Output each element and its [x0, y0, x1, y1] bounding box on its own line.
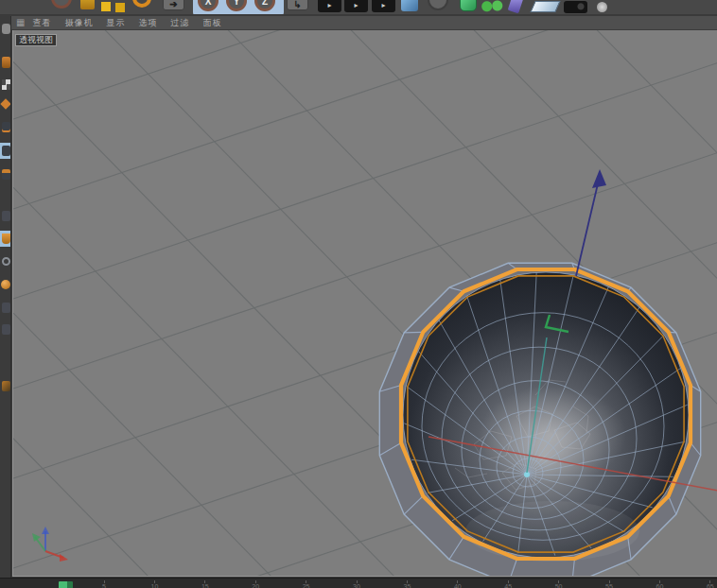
viewport-camera-label: 透视视图	[15, 34, 57, 46]
polygons-mode-button[interactable]	[0, 166, 11, 182]
perspective-viewport[interactable]: 透视视图	[12, 30, 717, 577]
menu-filter[interactable]: 过滤	[170, 17, 189, 29]
enable-snap-icon	[2, 211, 10, 221]
render-to-picture-viewer-icon[interactable]: ▸	[344, 0, 368, 12]
timeline-tick: 20	[246, 580, 265, 588]
menu-cameras[interactable]: 摄像机	[64, 17, 93, 29]
enable-axis-button[interactable]	[0, 253, 11, 269]
timeline-playhead[interactable]	[59, 581, 73, 588]
edges-mode-icon	[2, 146, 10, 156]
snap-settings-button[interactable]	[0, 300, 11, 316]
workplane-mode-button[interactable]	[0, 95, 11, 112]
menu-display[interactable]: 显示	[106, 17, 125, 29]
move-tool-icon[interactable]	[80, 0, 95, 9]
timeline-tick: 15	[196, 580, 215, 588]
make-editable-icon	[2, 24, 10, 34]
live-selection-tool-icon[interactable]	[51, 0, 72, 9]
quantize-icon	[2, 381, 10, 391]
axis-lock-panel: X Y Z	[193, 0, 284, 15]
timeline-tick: 60	[650, 580, 669, 588]
timeline-tick: 30	[347, 580, 366, 588]
viewport-menu-icon[interactable]: ▦	[16, 18, 25, 27]
timeline-tick: 65	[701, 580, 717, 588]
workplane-snap-icon	[2, 324, 10, 335]
lock-y-label: Y	[234, 0, 240, 7]
menu-view[interactable]: 查看	[32, 17, 51, 29]
menu-panel[interactable]: 面板	[202, 17, 221, 29]
points-mode-icon	[2, 122, 10, 132]
lock-x-label: X	[205, 0, 212, 7]
edges-mode-button[interactable]	[0, 143, 11, 159]
timeline-tick: 45	[498, 580, 517, 588]
workplane-mode-icon	[0, 98, 10, 109]
axis-sphere-icon	[1, 280, 10, 289]
lock-z-label: Z	[262, 0, 268, 7]
last-tool-icon[interactable]: ➔	[163, 0, 184, 10]
deformer-icon[interactable]	[508, 0, 524, 13]
render-view-icon[interactable]: ▸	[318, 0, 341, 12]
enable-snap-button[interactable]	[0, 208, 11, 224]
timeline-tick: 55	[600, 580, 619, 588]
camera-object-icon[interactable]	[564, 1, 587, 13]
render-settings-icon[interactable]: ▸	[372, 0, 395, 12]
snap-settings-icon	[2, 303, 10, 313]
z-axis-handle	[576, 176, 600, 276]
viewport-3d-scene[interactable]	[13, 30, 717, 577]
mode-sidebar	[0, 16, 11, 579]
polygons-mode-icon	[2, 169, 10, 180]
viewport-solo-button[interactable]	[0, 231, 11, 247]
scale-tool-icon[interactable]	[101, 2, 111, 11]
floor-object-icon[interactable]	[530, 1, 560, 12]
viewport-menubar: ▦ 查看 摄像机 显示 选项 过滤 面板	[11, 16, 717, 30]
model-mode-button[interactable]	[0, 54, 11, 70]
main-toolbar: X Y Z ➔↳▸▸▸	[0, 0, 717, 15]
quantize-button[interactable]	[0, 378, 11, 394]
bowl-object[interactable]	[379, 263, 700, 577]
enable-axis-icon	[2, 257, 10, 266]
light-object-icon[interactable]	[597, 2, 607, 12]
subdivision-surface-icon[interactable]	[460, 0, 477, 11]
lock-x-axis-button[interactable]: X	[198, 0, 219, 11]
texture-mode-icon	[2, 79, 10, 90]
coordinate-system-icon[interactable]: ↳	[287, 0, 308, 10]
mograph-effector-icon[interactable]	[481, 0, 503, 14]
cinema4d-window: X Y Z ➔↳▸▸▸ ▦ 查看 摄像机 显示 选项 过滤 面板 透视视图	[0, 0, 717, 588]
viewport-solo-icon	[2, 233, 10, 244]
lock-y-axis-button[interactable]: Y	[226, 0, 247, 11]
rotate-tool-icon[interactable]	[132, 0, 151, 8]
timeline-tick: 40	[448, 580, 467, 588]
timeline-tick: 50	[550, 580, 568, 588]
primitive-cube-icon[interactable]	[401, 0, 418, 11]
timeline-tick: 25	[297, 580, 316, 588]
make-editable-button[interactable]	[0, 21, 11, 37]
spline-pen-icon[interactable]	[428, 0, 448, 10]
lock-z-axis-button[interactable]: Z	[254, 0, 275, 11]
points-mode-button[interactable]	[0, 119, 11, 135]
timeline-tick: 5	[95, 580, 114, 588]
timeline-tick: 10	[145, 580, 164, 588]
timeline-tick: 35	[397, 580, 416, 588]
workplane-snap-button[interactable]	[0, 321, 11, 337]
texture-mode-button[interactable]	[0, 77, 11, 93]
menu-options[interactable]: 选项	[138, 17, 157, 29]
timeline-ruler[interactable]: 5101520253035404550556065	[0, 578, 717, 588]
axis-sphere-button[interactable]	[0, 276, 11, 292]
model-mode-icon	[2, 57, 10, 68]
